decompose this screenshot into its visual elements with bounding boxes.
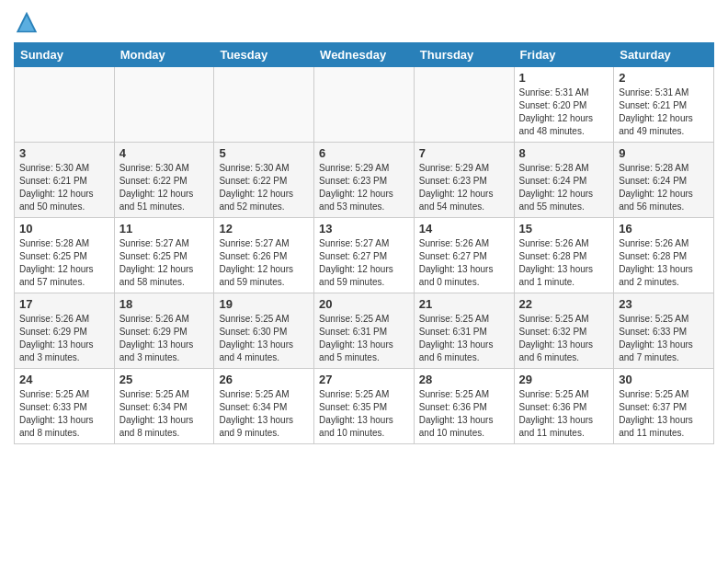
day-info: Sunrise: 5:25 AM Sunset: 6:31 PM Dayligh…: [419, 313, 509, 364]
day-number: 19: [219, 297, 309, 311]
day-info: Sunrise: 5:30 AM Sunset: 6:21 PM Dayligh…: [19, 162, 109, 213]
day-cell: 17Sunrise: 5:26 AM Sunset: 6:29 PM Dayli…: [15, 293, 115, 369]
day-number: 3: [19, 146, 109, 160]
day-cell: 7Sunrise: 5:29 AM Sunset: 6:23 PM Daylig…: [414, 143, 514, 218]
week-row-2: 3Sunrise: 5:30 AM Sunset: 6:21 PM Daylig…: [15, 143, 714, 218]
day-cell: 10Sunrise: 5:28 AM Sunset: 6:25 PM Dayli…: [15, 218, 115, 293]
day-cell: [15, 67, 115, 143]
day-info: Sunrise: 5:25 AM Sunset: 6:30 PM Dayligh…: [219, 313, 309, 364]
logo: [14, 9, 43, 35]
day-cell: 27Sunrise: 5:25 AM Sunset: 6:35 PM Dayli…: [314, 369, 415, 444]
day-cell: 14Sunrise: 5:26 AM Sunset: 6:27 PM Dayli…: [414, 218, 514, 293]
day-cell: 5Sunrise: 5:30 AM Sunset: 6:22 PM Daylig…: [214, 143, 314, 218]
day-number: 7: [419, 146, 509, 160]
logo-icon: [14, 9, 40, 35]
day-number: 13: [319, 222, 409, 236]
day-cell: [414, 67, 514, 143]
day-cell: [114, 67, 214, 143]
day-info: Sunrise: 5:27 AM Sunset: 6:26 PM Dayligh…: [219, 237, 309, 289]
day-number: 18: [119, 297, 210, 311]
day-info: Sunrise: 5:29 AM Sunset: 6:23 PM Dayligh…: [419, 162, 509, 213]
col-header-monday: Monday: [114, 43, 214, 67]
day-info: Sunrise: 5:25 AM Sunset: 6:34 PM Dayligh…: [219, 388, 309, 440]
col-header-wednesday: Wednesday: [314, 43, 415, 67]
day-cell: 4Sunrise: 5:30 AM Sunset: 6:22 PM Daylig…: [114, 143, 214, 218]
day-number: 10: [19, 222, 109, 236]
day-cell: 16Sunrise: 5:26 AM Sunset: 6:28 PM Dayli…: [614, 218, 714, 293]
day-cell: 6Sunrise: 5:29 AM Sunset: 6:23 PM Daylig…: [314, 143, 415, 218]
day-cell: 20Sunrise: 5:25 AM Sunset: 6:31 PM Dayli…: [314, 293, 415, 369]
day-number: 20: [319, 297, 409, 311]
day-cell: 9Sunrise: 5:28 AM Sunset: 6:24 PM Daylig…: [614, 143, 714, 218]
day-number: 5: [219, 146, 309, 160]
day-cell: 21Sunrise: 5:25 AM Sunset: 6:31 PM Dayli…: [414, 293, 514, 369]
day-cell: 23Sunrise: 5:25 AM Sunset: 6:33 PM Dayli…: [614, 293, 714, 369]
day-number: 14: [419, 222, 509, 236]
col-header-saturday: Saturday: [614, 43, 714, 67]
day-cell: 24Sunrise: 5:25 AM Sunset: 6:33 PM Dayli…: [15, 369, 115, 444]
day-number: 21: [419, 297, 509, 311]
day-info: Sunrise: 5:29 AM Sunset: 6:23 PM Dayligh…: [319, 162, 409, 213]
day-number: 12: [219, 222, 309, 236]
week-row-1: 1Sunrise: 5:31 AM Sunset: 6:20 PM Daylig…: [15, 67, 714, 143]
day-number: 26: [219, 373, 309, 386]
day-number: 16: [619, 222, 709, 236]
day-cell: 2Sunrise: 5:31 AM Sunset: 6:21 PM Daylig…: [614, 67, 714, 143]
day-cell: 15Sunrise: 5:26 AM Sunset: 6:28 PM Dayli…: [514, 218, 614, 293]
day-info: Sunrise: 5:30 AM Sunset: 6:22 PM Dayligh…: [219, 162, 309, 213]
day-cell: 12Sunrise: 5:27 AM Sunset: 6:26 PM Dayli…: [214, 218, 314, 293]
day-info: Sunrise: 5:26 AM Sunset: 6:28 PM Dayligh…: [519, 237, 609, 289]
day-info: Sunrise: 5:26 AM Sunset: 6:29 PM Dayligh…: [119, 313, 210, 364]
day-info: Sunrise: 5:31 AM Sunset: 6:21 PM Dayligh…: [619, 86, 709, 138]
day-info: Sunrise: 5:27 AM Sunset: 6:27 PM Dayligh…: [319, 237, 409, 289]
day-cell: 29Sunrise: 5:25 AM Sunset: 6:36 PM Dayli…: [514, 369, 614, 444]
day-cell: [214, 67, 314, 143]
day-number: 15: [519, 222, 609, 236]
day-info: Sunrise: 5:25 AM Sunset: 6:36 PM Dayligh…: [519, 388, 609, 440]
day-cell: 11Sunrise: 5:27 AM Sunset: 6:25 PM Dayli…: [114, 218, 214, 293]
day-info: Sunrise: 5:31 AM Sunset: 6:20 PM Dayligh…: [519, 86, 609, 138]
day-number: 11: [119, 222, 210, 236]
day-number: 27: [319, 373, 409, 386]
day-cell: 26Sunrise: 5:25 AM Sunset: 6:34 PM Dayli…: [214, 369, 314, 444]
header-row: SundayMondayTuesdayWednesdayThursdayFrid…: [15, 43, 714, 67]
day-number: 2: [619, 71, 709, 85]
day-number: 24: [19, 373, 109, 386]
week-row-4: 17Sunrise: 5:26 AM Sunset: 6:29 PM Dayli…: [15, 293, 714, 369]
day-info: Sunrise: 5:26 AM Sunset: 6:28 PM Dayligh…: [619, 237, 709, 289]
day-info: Sunrise: 5:25 AM Sunset: 6:35 PM Dayligh…: [319, 388, 409, 440]
day-info: Sunrise: 5:25 AM Sunset: 6:36 PM Dayligh…: [419, 388, 509, 440]
col-header-sunday: Sunday: [15, 43, 115, 67]
day-info: Sunrise: 5:25 AM Sunset: 6:37 PM Dayligh…: [619, 388, 709, 440]
day-info: Sunrise: 5:25 AM Sunset: 6:33 PM Dayligh…: [619, 313, 709, 364]
page-container: SundayMondayTuesdayWednesdayThursdayFrid…: [0, 0, 728, 454]
day-cell: 8Sunrise: 5:28 AM Sunset: 6:24 PM Daylig…: [514, 143, 614, 218]
day-number: 23: [619, 297, 709, 311]
week-row-5: 24Sunrise: 5:25 AM Sunset: 6:33 PM Dayli…: [15, 369, 714, 444]
day-number: 30: [619, 373, 709, 386]
day-info: Sunrise: 5:26 AM Sunset: 6:27 PM Dayligh…: [419, 237, 509, 289]
day-number: 4: [119, 146, 210, 160]
calendar-table: SundayMondayTuesdayWednesdayThursdayFrid…: [14, 42, 714, 444]
day-info: Sunrise: 5:26 AM Sunset: 6:29 PM Dayligh…: [19, 313, 109, 364]
col-header-thursday: Thursday: [414, 43, 514, 67]
day-cell: 3Sunrise: 5:30 AM Sunset: 6:21 PM Daylig…: [15, 143, 115, 218]
header: [14, 9, 714, 35]
day-info: Sunrise: 5:28 AM Sunset: 6:25 PM Dayligh…: [19, 237, 109, 289]
day-cell: 1Sunrise: 5:31 AM Sunset: 6:20 PM Daylig…: [514, 67, 614, 143]
day-number: 29: [519, 373, 609, 386]
day-number: 17: [19, 297, 109, 311]
day-info: Sunrise: 5:25 AM Sunset: 6:34 PM Dayligh…: [119, 388, 210, 440]
day-info: Sunrise: 5:25 AM Sunset: 6:32 PM Dayligh…: [519, 313, 609, 364]
day-cell: 19Sunrise: 5:25 AM Sunset: 6:30 PM Dayli…: [214, 293, 314, 369]
day-info: Sunrise: 5:28 AM Sunset: 6:24 PM Dayligh…: [619, 162, 709, 213]
day-info: Sunrise: 5:28 AM Sunset: 6:24 PM Dayligh…: [519, 162, 609, 213]
day-info: Sunrise: 5:27 AM Sunset: 6:25 PM Dayligh…: [119, 237, 210, 289]
col-header-friday: Friday: [514, 43, 614, 67]
day-cell: 22Sunrise: 5:25 AM Sunset: 6:32 PM Dayli…: [514, 293, 614, 369]
day-info: Sunrise: 5:30 AM Sunset: 6:22 PM Dayligh…: [119, 162, 210, 213]
day-cell: 13Sunrise: 5:27 AM Sunset: 6:27 PM Dayli…: [314, 218, 415, 293]
day-info: Sunrise: 5:25 AM Sunset: 6:31 PM Dayligh…: [319, 313, 409, 364]
day-number: 1: [519, 71, 609, 85]
day-cell: 25Sunrise: 5:25 AM Sunset: 6:34 PM Dayli…: [114, 369, 214, 444]
